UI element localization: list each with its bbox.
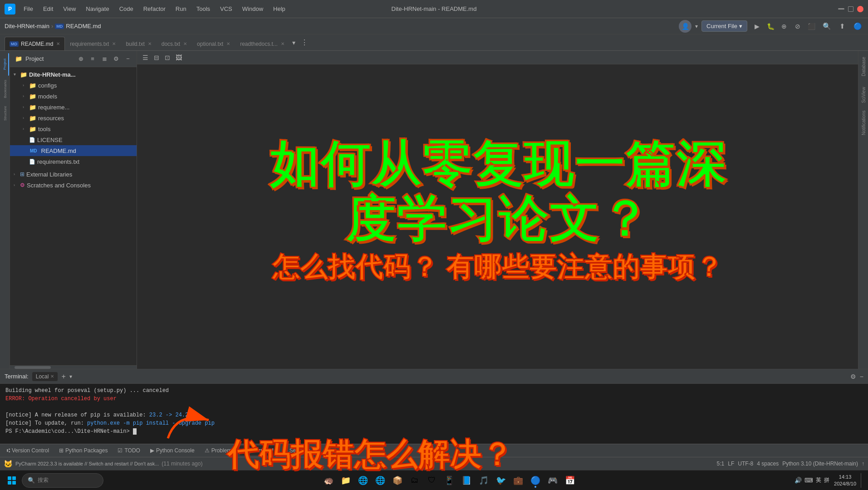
tree-requirements-folder[interactable]: › 📁 requireme... bbox=[10, 102, 137, 113]
terminal-local-tab[interactable]: Local ✕ bbox=[32, 372, 58, 381]
tab-optional[interactable]: optional.txt ✕ bbox=[192, 37, 235, 50]
left-icon-bookmarks[interactable]: Bookmarks bbox=[1, 78, 9, 100]
taskbar-search-box[interactable]: 🔍 搜索 bbox=[22, 473, 103, 488]
bottom-tab-terminal[interactable]: ⬛ Terminal bbox=[240, 446, 278, 456]
taskbar-app-chrome[interactable]: 🌐 bbox=[372, 472, 388, 489]
menu-file[interactable]: File bbox=[19, 4, 38, 14]
tab-optional-close[interactable]: ✕ bbox=[226, 41, 230, 46]
right-panel-sciview[interactable]: SciView bbox=[859, 81, 868, 108]
status-python-version[interactable]: Python 3.10 (Dite-HRNet-main) bbox=[782, 461, 858, 467]
tree-models[interactable]: › 📁 models bbox=[10, 91, 137, 102]
taskbar-app-calendar[interactable]: 📅 bbox=[562, 472, 578, 489]
search-button[interactable]: 🔍 bbox=[821, 20, 833, 32]
tree-resources[interactable]: › 📁 resources bbox=[10, 113, 137, 123]
menu-run[interactable]: Run bbox=[171, 4, 191, 14]
taskbar-clock[interactable]: 14:13 2024/8/10 bbox=[831, 473, 859, 488]
menu-code[interactable]: Code bbox=[115, 4, 138, 14]
restore-button[interactable] bbox=[848, 6, 853, 12]
taskbar-app-twitter[interactable]: 🐦 bbox=[493, 472, 509, 489]
bottom-tab-problems[interactable]: ⚠ Problems bbox=[200, 446, 239, 456]
tab-build[interactable]: build.txt ✕ bbox=[121, 37, 156, 50]
status-line-col[interactable]: 5:1 bbox=[717, 461, 725, 467]
taskbar-start-button[interactable] bbox=[4, 472, 20, 489]
taskbar-show-desktop[interactable] bbox=[861, 473, 864, 488]
taskbar-app-pycharm[interactable]: 🔵 bbox=[527, 472, 544, 489]
taskbar-lang-icon[interactable]: 英 bbox=[816, 476, 821, 484]
menu-refactor[interactable]: Refactor bbox=[139, 4, 170, 14]
tab-docs-close[interactable]: ✕ bbox=[183, 41, 187, 46]
tab-readthedocs[interactable]: readthedocs.t... ✕ bbox=[235, 37, 289, 50]
right-panel-database[interactable]: Database bbox=[859, 53, 868, 80]
sidebar-btn-3[interactable]: ≣ bbox=[99, 54, 109, 64]
taskbar-app-folder[interactable]: 📁 bbox=[338, 472, 354, 489]
run-debug-button[interactable]: 🐛 bbox=[765, 20, 776, 32]
tree-scratches[interactable]: › ⚙ Scratches and Consoles bbox=[10, 180, 137, 191]
taskbar-app-edge[interactable]: 🌐 bbox=[355, 472, 371, 489]
menu-tools[interactable]: Tools bbox=[192, 4, 215, 14]
status-git-icon[interactable]: ↑ bbox=[862, 461, 864, 467]
taskbar-app-game[interactable]: 🎮 bbox=[544, 472, 561, 489]
taskbar-app-music[interactable]: 🎵 bbox=[476, 472, 492, 489]
bottom-tab-python-console[interactable]: ▶ Python Console bbox=[146, 446, 199, 456]
sidebar-scrollbar[interactable] bbox=[10, 365, 137, 369]
terminal-chevron[interactable]: ▾ bbox=[69, 373, 72, 380]
status-encoding[interactable]: UTF-8 bbox=[738, 461, 753, 467]
tab-requirements[interactable]: requirements.txt ✕ bbox=[65, 37, 121, 50]
tab-readme-close[interactable]: ✕ bbox=[56, 41, 60, 46]
editor-layout-btn-4[interactable]: 🖼 bbox=[174, 53, 184, 62]
tree-external-libraries[interactable]: › ⊞ External Libraries bbox=[10, 169, 137, 180]
status-notification[interactable]: 🐱 bbox=[4, 460, 13, 468]
status-line-ending[interactable]: LF bbox=[728, 461, 734, 467]
taskbar-app-book[interactable]: 📘 bbox=[458, 472, 475, 489]
breadcrumb-project[interactable]: Dite-HRNet-main bbox=[5, 23, 49, 29]
taskbar-network-icon[interactable]: 🔊 bbox=[794, 477, 802, 484]
tab-readthedocs-close[interactable]: ✕ bbox=[281, 41, 284, 46]
breadcrumb[interactable]: Dite-HRNet-main › MD README.md bbox=[5, 23, 101, 29]
tab-more-button[interactable]: ▾ bbox=[289, 39, 298, 46]
bottom-tab-services[interactable]: ◈ Services bbox=[279, 446, 315, 456]
right-panel-notifications[interactable]: Notifications bbox=[859, 109, 868, 137]
terminal-minimize-button[interactable]: − bbox=[860, 373, 863, 380]
editor-layout-btn-2[interactable]: ⊟ bbox=[152, 53, 161, 62]
sidebar-minus-btn[interactable]: − bbox=[123, 54, 133, 64]
extra-button[interactable]: 🔵 bbox=[852, 20, 863, 32]
tab-readme[interactable]: MD README.md ✕ bbox=[5, 37, 65, 50]
terminal-tab-close[interactable]: ✕ bbox=[50, 374, 54, 379]
tab-docs[interactable]: docs.txt ✕ bbox=[157, 37, 192, 50]
update-button[interactable]: ⬆ bbox=[836, 20, 848, 32]
run-coverage-button[interactable]: ⊕ bbox=[778, 20, 790, 32]
tree-configs[interactable]: › 📁 configs bbox=[10, 80, 137, 91]
minimize-button[interactable] bbox=[838, 8, 844, 10]
bottom-tab-todo[interactable]: ☑ TODO bbox=[113, 446, 144, 456]
menu-view[interactable]: View bbox=[59, 4, 80, 14]
taskbar-input-icon[interactable]: 拼 bbox=[824, 476, 829, 484]
menu-help[interactable]: Help bbox=[269, 4, 290, 14]
menu-window[interactable]: Window bbox=[238, 4, 268, 14]
taskbar-app-work[interactable]: 💼 bbox=[510, 472, 526, 489]
current-file-button[interactable]: Current File ▾ bbox=[701, 20, 747, 32]
menu-navigate[interactable]: Navigate bbox=[81, 4, 113, 14]
tree-readme[interactable]: › MD README.md bbox=[10, 145, 137, 156]
menu-vcs[interactable]: VCS bbox=[216, 4, 237, 14]
taskbar-app-mobile[interactable]: 📱 bbox=[441, 472, 457, 489]
breadcrumb-filename[interactable]: README.md bbox=[66, 23, 101, 29]
menu-edit[interactable]: Edit bbox=[39, 4, 58, 14]
sidebar-btn-1[interactable]: ⊕ bbox=[76, 54, 86, 64]
taskbar-volume-icon[interactable]: ⌨ bbox=[804, 477, 813, 484]
bottom-tab-version-control[interactable]: ⑆ Version Control bbox=[2, 446, 54, 456]
tab-requirements-close[interactable]: ✕ bbox=[112, 41, 116, 46]
tree-root[interactable]: ▾ 📁 Dite-HRNet-ma... bbox=[10, 69, 137, 80]
taskbar-app-shield[interactable]: 🛡 bbox=[424, 472, 440, 489]
taskbar-app-files[interactable]: 🗂 bbox=[407, 472, 423, 489]
run-stop-button[interactable]: ⬛ bbox=[805, 20, 817, 32]
tree-tools[interactable]: › 📁 tools bbox=[10, 123, 137, 134]
left-icon-project[interactable]: Project bbox=[1, 53, 9, 76]
sidebar-btn-2[interactable]: ≡ bbox=[88, 54, 98, 64]
editor-layout-btn-3[interactable]: ⊡ bbox=[163, 53, 172, 62]
user-icon-button[interactable]: 👤 bbox=[679, 20, 691, 33]
left-icon-structure[interactable]: Structure bbox=[1, 102, 9, 125]
bottom-tab-python-packages[interactable]: ⊞ Python Packages bbox=[54, 446, 112, 456]
sidebar-settings-btn[interactable]: ⚙ bbox=[111, 54, 121, 64]
close-button[interactable] bbox=[857, 6, 863, 12]
taskbar-app-packages[interactable]: 📦 bbox=[389, 472, 406, 489]
